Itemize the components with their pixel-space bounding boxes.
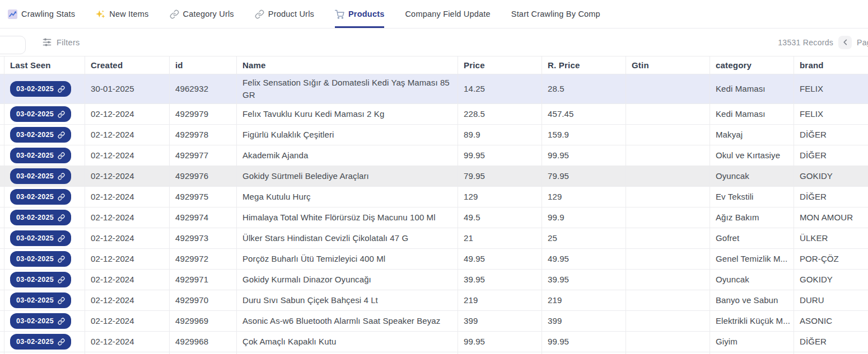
cell-created: 02-12-2024	[85, 311, 170, 331]
last-seen-link-badge[interactable]: 03-02-2025	[10, 127, 71, 143]
cell-created: 02-12-2024	[85, 145, 170, 166]
cell-gtin	[626, 187, 710, 207]
cell-price: 21	[458, 228, 542, 248]
cell-created: 02-12-2024	[85, 270, 170, 290]
row-spacer	[0, 270, 4, 290]
table-row[interactable]: 03-02-2025 02-12-2024 4929979 Felıx Tavu…	[0, 104, 868, 125]
table-row[interactable]: 03-02-2025 02-12-2024 4929977 Akademik A…	[0, 145, 868, 166]
link-icon	[58, 111, 65, 118]
cell-created: 02-12-2024	[85, 228, 170, 248]
cell-brand: FELIX	[794, 104, 868, 124]
tab-new-items[interactable]: New Items	[96, 0, 148, 28]
row-spacer	[0, 311, 4, 331]
cell-r-price: 99.9	[542, 207, 626, 228]
link-icon	[58, 297, 65, 304]
column-header-last-seen: Last Seen	[4, 56, 85, 74]
cell-id: 4929969	[170, 311, 237, 331]
cell-price: 219	[458, 290, 542, 310]
pagination: 13531 Records Page	[778, 36, 868, 49]
table-row[interactable]: 03-02-2025 02-12-2024 4929975 Mega Kutul…	[0, 187, 868, 207]
table-row[interactable]: 03-02-2025 02-12-2024 4929978 Figürlü Ku…	[0, 125, 868, 145]
tab-crawling-stats[interactable]: Crawling Stats	[8, 0, 75, 28]
last-seen-link-badge[interactable]: 03-02-2025	[10, 292, 71, 308]
cell-id: 4929974	[170, 207, 237, 228]
cell-category: Genel Temizlik M...	[710, 249, 794, 269]
cell-gtin	[626, 145, 710, 166]
table-row[interactable]: 03-02-2025 02-12-2024 4929976 Gokidy Sür…	[0, 166, 868, 187]
table-row[interactable]: 03-02-2025 02-12-2024 4929972 Porçöz Buh…	[0, 249, 868, 270]
cell-r-price: 399	[542, 311, 626, 331]
last-seen-date: 03-02-2025	[16, 336, 54, 348]
cropped-left-button[interactable]	[0, 36, 26, 54]
table-row[interactable]: 03-02-2025 02-12-2024 4929974 Himalaya T…	[0, 207, 868, 228]
link-icon	[170, 10, 179, 19]
previous-page-button[interactable]	[838, 36, 852, 49]
cell-id: 4929977	[170, 145, 237, 166]
table-row[interactable]: 03-02-2025 02-12-2024 4929968 Çok Amaçlı…	[0, 332, 868, 352]
cell-gtin	[626, 166, 710, 186]
cell-brand: DİĞER	[794, 145, 868, 166]
cell-r-price: 457.45	[542, 104, 626, 124]
last-seen-link-badge[interactable]: 03-02-2025	[10, 313, 71, 329]
cell-created: 02-12-2024	[85, 166, 170, 186]
cell-brand: MON AMOUR	[794, 207, 868, 228]
last-seen-link-badge[interactable]: 03-02-2025	[10, 106, 71, 122]
link-icon	[58, 256, 65, 263]
cell-created: 02-12-2024	[85, 207, 170, 228]
last-seen-link-badge[interactable]: 03-02-2025	[10, 210, 71, 225]
table-row[interactable]: 03-02-2025 02-12-2024 4929973 Ülker Star…	[0, 228, 868, 249]
tab-products[interactable]: Products	[335, 0, 384, 28]
cell-gtin	[626, 270, 710, 290]
link-icon	[255, 10, 264, 19]
cell-category: Ev Tekstili	[710, 187, 794, 207]
cell-id: 4929970	[170, 290, 237, 310]
last-seen-date: 03-02-2025	[16, 315, 54, 327]
cell-id: 4929968	[170, 332, 237, 352]
cell-gtin	[626, 249, 710, 269]
cell-brand: GOKIDY	[794, 270, 868, 290]
last-seen-link-badge[interactable]: 03-02-2025	[10, 272, 71, 287]
cell-last-seen: 03-02-2025	[4, 270, 85, 290]
sparkles-icon	[96, 10, 105, 19]
row-spacer	[0, 166, 4, 186]
tab-start-crawling-by-comp[interactable]: Start Crawling By Comp	[511, 0, 600, 28]
link-icon	[58, 193, 65, 201]
cell-id: 4929971	[170, 270, 237, 290]
table-row[interactable]: 03-02-2025 30-01-2025 4962932 Felix Sens…	[0, 74, 868, 104]
cell-last-seen: 03-02-2025	[4, 187, 85, 207]
cell-brand: ASONIC	[794, 311, 868, 331]
cell-name: Mega Kutulu Hurç	[237, 187, 458, 207]
tab-company-field-update[interactable]: Company Field Update	[405, 0, 490, 28]
cell-name: Himalaya Total White Flörürsüz Diş Macun…	[237, 207, 458, 228]
records-count: 13531 Records	[778, 38, 833, 47]
cell-last-seen: 03-02-2025	[4, 145, 85, 166]
cell-r-price: 79.95	[542, 166, 626, 186]
cell-last-seen: 03-02-2025	[4, 332, 85, 352]
last-seen-link-badge[interactable]: 03-02-2025	[10, 334, 71, 350]
cell-gtin	[626, 104, 710, 124]
row-spacer	[0, 207, 4, 228]
cell-category: Oyuncak	[710, 166, 794, 186]
row-spacer	[0, 104, 4, 124]
tab-category-urls[interactable]: Category Urls	[170, 0, 234, 28]
column-header-gtin: Gtin	[626, 56, 710, 74]
last-seen-link-badge[interactable]: 03-02-2025	[10, 230, 71, 246]
last-seen-date: 03-02-2025	[16, 232, 54, 244]
last-seen-link-badge[interactable]: 03-02-2025	[10, 168, 71, 184]
last-seen-link-badge[interactable]: 03-02-2025	[10, 251, 71, 267]
table-row[interactable]: 03-02-2025 02-12-2024 4929969 Asonic As-…	[0, 311, 868, 332]
table-row[interactable]: 03-02-2025 02-12-2024 4929970 Duru Sıvı …	[0, 290, 868, 311]
filters-label: Filters	[57, 38, 80, 47]
last-seen-link-badge[interactable]: 03-02-2025	[10, 189, 71, 205]
filters-button[interactable]: Filters	[43, 38, 80, 47]
cell-category: Oyuncak	[710, 270, 794, 290]
cell-last-seen: 03-02-2025	[4, 228, 85, 248]
tab-product-urls[interactable]: Product Urls	[255, 0, 314, 28]
cell-price: 228.5	[458, 104, 542, 124]
last-seen-date: 03-02-2025	[16, 191, 54, 203]
table-row[interactable]: 03-02-2025 02-12-2024 4929971 Gokidy Kur…	[0, 270, 868, 290]
cell-name: Duru Sıvı Sabun Çiçek Bahçesi 4 Lt	[237, 290, 458, 310]
last-seen-link-badge[interactable]: 03-02-2025	[10, 81, 71, 97]
chart-increasing-icon	[8, 10, 17, 19]
last-seen-link-badge[interactable]: 03-02-2025	[10, 148, 71, 163]
